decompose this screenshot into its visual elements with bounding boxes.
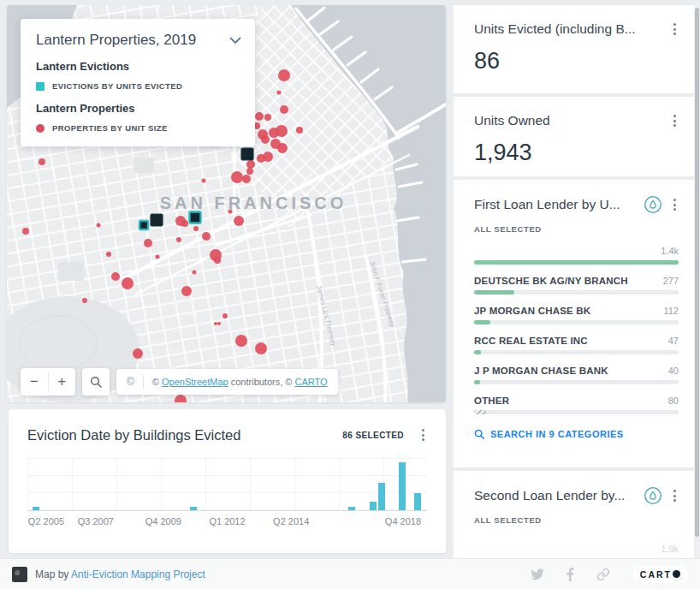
property-dot[interactable] xyxy=(246,160,255,169)
kebab-menu-button[interactable] xyxy=(671,21,679,38)
histogram-bar[interactable] xyxy=(378,483,385,510)
kebab-menu-button[interactable] xyxy=(671,112,679,129)
units-owned-widget: Units Owned 1,943 xyxy=(454,97,694,176)
property-dot[interactable] xyxy=(144,239,152,247)
openstreetmap-link[interactable]: OpenStreetMap xyxy=(162,377,228,387)
property-dot[interactable] xyxy=(156,255,160,259)
property-dot[interactable] xyxy=(231,171,243,183)
property-dot[interactable] xyxy=(263,152,273,162)
category-value: 112 xyxy=(663,306,679,316)
eviction-square[interactable] xyxy=(190,212,201,223)
x-axis-tick: Q3 2007 xyxy=(78,516,114,527)
property-dot[interactable] xyxy=(181,286,192,296)
property-dot[interactable] xyxy=(234,216,244,226)
property-dot[interactable] xyxy=(276,125,288,137)
search-categories-link[interactable]: SEARCH IN 9 CATEGORIES xyxy=(474,429,679,439)
category-row[interactable]: RCC REAL ESTATE INC47 xyxy=(474,336,679,354)
histogram-bar[interactable] xyxy=(348,507,355,510)
property-dot[interactable] xyxy=(193,226,199,231)
category-bar-fill xyxy=(474,410,486,414)
property-dot[interactable] xyxy=(214,257,221,264)
property-dot[interactable] xyxy=(39,158,45,165)
twitter-share-icon[interactable] xyxy=(531,568,544,580)
property-dot[interactable] xyxy=(280,105,288,114)
property-dot[interactable] xyxy=(82,298,87,303)
histogram-plot[interactable] xyxy=(27,457,427,511)
property-dot[interactable] xyxy=(296,127,303,134)
property-dot[interactable] xyxy=(264,114,271,121)
copyright-icon[interactable]: © xyxy=(127,376,134,388)
search-icon xyxy=(90,376,102,388)
kebab-menu-button[interactable] xyxy=(671,487,679,504)
filter-droplet-icon[interactable] xyxy=(644,195,662,214)
histogram-bar[interactable] xyxy=(399,462,406,510)
units-evicted-widget: Units Evicted (including B... 86 xyxy=(454,5,694,93)
carto-attribution-link[interactable]: CARTO xyxy=(294,377,327,387)
property-dot[interactable] xyxy=(111,272,120,281)
property-dot[interactable] xyxy=(278,69,290,81)
property-dot[interactable] xyxy=(106,252,111,257)
category-row[interactable]: DEUTSCHE BK AG/NY BRANCH277 xyxy=(474,276,679,294)
category-row[interactable]: OTHER80 xyxy=(474,396,679,414)
property-dot[interactable] xyxy=(255,112,264,121)
second-loan-lender-widget: Second Loan Lender by... ALL SELECTED 1.… xyxy=(454,471,694,558)
carto-logo-dot xyxy=(673,570,680,578)
copy-link-icon[interactable] xyxy=(596,568,610,581)
histogram-bar[interactable] xyxy=(190,507,197,510)
dashboard: SAN FRANCISCO Van Ness AvenueJames Lick … xyxy=(0,0,700,589)
property-dot[interactable] xyxy=(235,335,247,347)
legend-section-properties: Lantern Properties xyxy=(36,102,241,115)
histogram-bar[interactable] xyxy=(414,493,421,510)
property-dot[interactable] xyxy=(246,168,253,175)
eviction-square[interactable] xyxy=(241,148,253,160)
eviction-square[interactable] xyxy=(151,214,163,226)
property-dot[interactable] xyxy=(202,179,206,183)
filter-droplet-icon[interactable] xyxy=(644,486,662,505)
map-by-label: Map by xyxy=(35,568,71,580)
kebab-menu-button[interactable] xyxy=(671,196,679,213)
eviction-square[interactable] xyxy=(139,221,148,229)
property-dot[interactable] xyxy=(255,342,267,354)
kebab-menu-button[interactable] xyxy=(419,426,427,443)
property-dot[interactable] xyxy=(242,175,251,183)
property-dot[interactable] xyxy=(214,322,217,325)
map[interactable]: SAN FRANCISCO Van Ness AvenueJames Lick … xyxy=(7,5,446,402)
category-bar-track xyxy=(474,350,679,354)
property-dot[interactable] xyxy=(97,223,101,228)
carto-logo[interactable]: CART xyxy=(632,566,688,583)
zoom-in-button[interactable]: + xyxy=(49,368,76,396)
category-bar-track xyxy=(474,290,679,294)
histogram-bar[interactable] xyxy=(33,507,39,510)
property-dot[interactable] xyxy=(133,348,143,359)
property-dot[interactable] xyxy=(228,210,233,214)
category-row[interactable]: 1.4k xyxy=(474,246,679,265)
category-label: J P MORGAN CHASE BANK xyxy=(474,366,668,376)
property-dot[interactable] xyxy=(261,135,270,144)
property-dot[interactable] xyxy=(122,277,133,289)
x-axis-tick: Q1 2012 xyxy=(209,516,245,527)
property-dot[interactable] xyxy=(22,228,29,235)
property-dot[interactable] xyxy=(181,220,188,227)
property-dot[interactable] xyxy=(202,232,211,241)
facebook-share-icon[interactable] xyxy=(567,568,574,581)
chevron-down-icon[interactable] xyxy=(229,37,241,45)
category-row[interactable]: J P MORGAN CHASE BANK40 xyxy=(474,366,679,384)
category-bar-fill xyxy=(474,320,490,324)
property-dot[interactable] xyxy=(277,91,282,95)
category-row[interactable]: JP MORGAN CHASE BK112 xyxy=(474,306,679,324)
property-dot[interactable] xyxy=(193,271,197,275)
anti-eviction-mapping-project-link[interactable]: Anti-Eviction Mapping Project xyxy=(71,568,205,580)
histogram-bar[interactable] xyxy=(370,502,377,510)
zoom-out-button[interactable]: − xyxy=(21,368,48,396)
sidebar-scrollbar-thumb[interactable] xyxy=(695,8,699,537)
property-dot[interactable] xyxy=(222,313,228,318)
category-bar-track xyxy=(474,320,679,324)
layer-dropdown[interactable]: Lantern Properties, 2019 xyxy=(36,32,241,49)
property-dot[interactable] xyxy=(217,322,221,325)
property-dot[interactable] xyxy=(176,237,181,242)
sidebar-scrollbar-track[interactable] xyxy=(694,5,700,558)
legend-item-evictions: EVICTIONS BY UNITS EVICTED xyxy=(36,81,241,91)
widget-title: Second Loan Lender by... xyxy=(474,488,635,503)
map-search-button[interactable] xyxy=(82,368,110,396)
property-dot[interactable] xyxy=(277,143,288,153)
